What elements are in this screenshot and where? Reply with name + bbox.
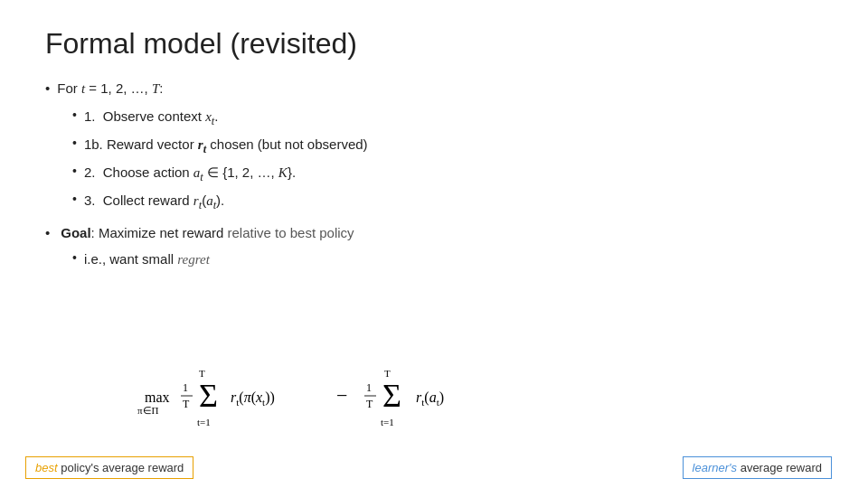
bullet-regret: • i.e., want small regret <box>72 248 823 272</box>
bullet-1: • For t = 1, 2, …, T: <box>45 77 823 101</box>
bullet-dot: • <box>72 189 77 211</box>
label-best-rest: policy's average reward <box>58 461 184 474</box>
formula-max: max <box>145 389 170 405</box>
bullet-goal: • Goal: Maximize net reward relative to … <box>45 221 823 245</box>
bullet-dot: • <box>45 77 50 100</box>
bullet-dot: • <box>72 161 77 183</box>
sigma-top-right: T <box>384 368 391 379</box>
formula-area: .fm { font-family: 'Times New Roman', se… <box>45 357 823 438</box>
bullet-1-1: • 1. Observe context xt. <box>72 105 823 131</box>
label-best-accent: best <box>35 461 58 474</box>
slide: Formal model (revisited) • For t = 1, 2,… <box>0 0 868 488</box>
content-area: • For t = 1, 2, …, T: • 1. Observe conte… <box>45 77 823 272</box>
label-learner-rest: average reward <box>737 461 822 474</box>
formula-one: 1 <box>183 381 188 394</box>
formula-one-right: 1 <box>366 381 372 394</box>
bullet-1-text: For t = 1, 2, …, T: <box>57 77 163 101</box>
bullet-dot: • <box>45 221 50 245</box>
label-learner: learner's average reward <box>683 456 832 479</box>
bullet-dot: • <box>72 105 77 127</box>
bullet-1b: • 1b. Reward vector rt chosen (but not o… <box>72 133 823 159</box>
bullet-2-text: 2. Choose action at ∈ {1, 2, …, K}. <box>84 161 296 187</box>
label-best-policy: best policy's average reward <box>25 456 193 479</box>
sigma-top-left: T <box>199 368 205 379</box>
label-learner-accent: learner's <box>693 461 737 474</box>
formula-svg: .fm { font-family: 'Times New Roman', se… <box>118 357 750 438</box>
sigma-bot-right: t=1 <box>381 417 394 427</box>
bullet-1b-text: 1b. Reward vector rt chosen (but not obs… <box>84 133 368 159</box>
slide-title: Formal model (revisited) <box>45 27 823 61</box>
sigma-bot-left: t=1 <box>197 417 211 427</box>
formula-pi-in-Pi: π∈Π <box>137 405 159 416</box>
bullet-3: • 3. Collect reward rt(at). <box>72 189 823 215</box>
sigma-right: Σ <box>382 378 401 414</box>
bullet-2: • 2. Choose action at ∈ {1, 2, …, K}. <box>72 161 823 187</box>
minus-sign: − <box>336 384 347 407</box>
bullet-dot: • <box>72 248 77 269</box>
bullet-goal-text: Goal: Maximize net reward relative to be… <box>61 221 354 245</box>
bullet-regret-text: i.e., want small regret <box>84 248 210 272</box>
formula-T-right: T <box>366 398 373 410</box>
bullet-1-1-text: 1. Observe context xt. <box>84 105 219 131</box>
formula-T-left: T <box>183 398 190 410</box>
sigma-left: Σ <box>199 378 218 414</box>
relative-text: relative to best policy <box>228 225 354 240</box>
bullet-3-text: 3. Collect reward rt(at). <box>84 189 224 215</box>
formula-rt-left: rt(π(xt)) <box>231 389 275 408</box>
formula-rt-right: rt(at) <box>416 389 444 408</box>
bullet-dot: • <box>72 133 77 155</box>
